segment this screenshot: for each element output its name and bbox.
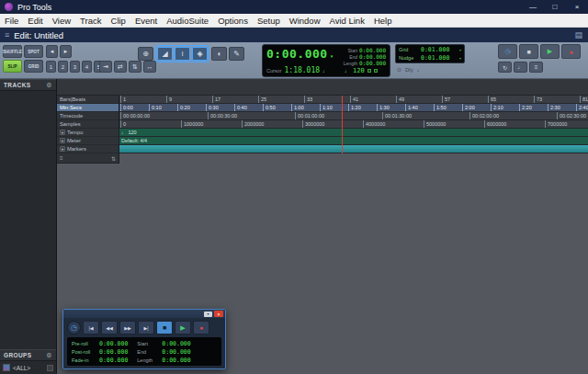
menu-item-track[interactable]: Track [75, 16, 106, 26]
zoomer-tool-button[interactable]: ⊕ [138, 47, 153, 61]
selector-tool-button[interactable]: I [175, 47, 190, 61]
slip-mode-button[interactable]: SLIP [3, 60, 22, 73]
menu-item-view[interactable]: View [48, 16, 75, 26]
hamburger-icon[interactable]: ≡ [0, 30, 14, 40]
grid-dropdown-icon[interactable]: ▾ [459, 48, 461, 52]
toolbar-metronome-toggle[interactable]: ♩ [514, 62, 527, 73]
record-button[interactable]: ● [193, 321, 209, 334]
scrubber-tool-button[interactable]: ◖ [211, 47, 227, 61]
edit-window-menu-icon[interactable]: ▤ [569, 30, 588, 40]
menu-item-file[interactable]: File [0, 16, 23, 26]
ruler-min-secs[interactable]: 0:000:100:200:300:400:501:001:101:201:30… [119, 104, 588, 112]
zoom-preset-1[interactable]: 1 [46, 61, 56, 73]
toolbar-record-button[interactable]: ● [561, 44, 581, 59]
fade-in-label[interactable]: Fade-in [72, 357, 96, 363]
shuffle-mode-button[interactable]: SHUFFLE [3, 45, 22, 58]
ruler-tempo[interactable]: ♩ 120 [119, 129, 588, 137]
grabber-tool-button[interactable]: ◈ [192, 47, 208, 61]
post-roll-label[interactable]: Post-roll [72, 349, 96, 355]
menu-item-options[interactable]: Options [213, 16, 253, 26]
grid-label[interactable]: Grid [399, 47, 419, 52]
close-button[interactable]: × [566, 0, 588, 14]
ruler-name-timecode[interactable]: Timecode [57, 112, 119, 120]
start-value[interactable]: 0:00.000 [162, 340, 190, 347]
tempo-display[interactable]: 120 [353, 67, 365, 74]
add-markers-button[interactable]: + [60, 146, 65, 152]
ruler-resize-icon[interactable]: ⇅ [111, 155, 116, 162]
menu-item-audiosuite[interactable]: AudioSuite [162, 16, 213, 26]
ruler-bars-beats[interactable]: 19172533414957657381 [119, 96, 588, 104]
toolbar-stop-button[interactable]: ■ [519, 44, 538, 59]
link-timeline-edit-toggle[interactable]: ⇄ [114, 61, 127, 73]
tracks-list[interactable] [0, 91, 56, 349]
ruler-name-tempo[interactable]: +Tempo [57, 129, 119, 137]
rewind-button[interactable]: ◀◀ [101, 321, 118, 334]
menu-item-avid-link[interactable]: Avid Link [325, 16, 369, 26]
pre-roll-value[interactable]: 0:00.000 [99, 340, 128, 347]
fast-forward-button[interactable]: ▶▶ [119, 321, 136, 334]
return-to-zero-button[interactable]: |◀ [83, 321, 99, 334]
minimize-button[interactable]: — [522, 0, 544, 14]
post-roll-value[interactable]: 0:00.000 [99, 348, 128, 356]
ruler-samples[interactable]: 0100000020000003000000400000050000006000… [119, 120, 588, 129]
ruler-name-markers[interactable]: +Markers [57, 145, 119, 153]
fade-in-value[interactable]: 0:00.000 [99, 357, 128, 364]
ruler-name-min-secs[interactable]: Min:Secs [57, 104, 119, 112]
ruler-meter[interactable]: Default: 4/4 [119, 137, 588, 145]
menu-item-event[interactable]: Event [130, 16, 162, 26]
online-button[interactable]: ◷ [67, 321, 81, 334]
stop-button[interactable]: ■ [156, 321, 173, 334]
length-value[interactable]: 0:00.000 [359, 60, 386, 66]
trim-tool-button[interactable]: ◢ [157, 47, 173, 61]
end-value[interactable]: 0:00.000 [162, 348, 190, 356]
nudge-label[interactable]: Nudge [399, 55, 419, 61]
end-value[interactable]: 0:00.000 [359, 53, 386, 60]
main-counter[interactable]: 0:00.000 [266, 47, 328, 61]
smart-tool-group[interactable]: ◢ I ◈ [155, 45, 209, 62]
group-mini-box[interactable] [47, 365, 53, 371]
pencil-tool-button[interactable]: ✎ [229, 47, 244, 61]
zoom-preset-2[interactable]: 2 [58, 61, 68, 73]
zoom-preset-3[interactable]: 3 [70, 61, 80, 73]
play-button[interactable]: ▶ [175, 321, 191, 334]
nudge-value[interactable]: 0:01.000 [421, 54, 449, 62]
tracks-gear-icon[interactable]: ⚙ [46, 82, 52, 89]
nudge-dropdown-icon[interactable]: ▾ [459, 56, 461, 61]
zoom-preset-4[interactable]: 4 [82, 61, 92, 73]
end-label[interactable]: End [137, 349, 159, 355]
menu-item-window[interactable]: Window [285, 16, 325, 26]
transport-titlebar[interactable]: ▾ × [63, 310, 225, 318]
zoom-in-button[interactable]: ► [60, 45, 72, 58]
length-value[interactable]: 0:00.000 [162, 357, 190, 364]
grid-mode-button[interactable]: GRID [24, 60, 43, 73]
midi-merge-toggle[interactable]: ⊙ [397, 66, 401, 73]
toolbar-loop-playback-toggle[interactable]: ↻ [498, 62, 512, 73]
start-value[interactable]: 0:00.000 [359, 47, 386, 53]
tab-to-transient-toggle[interactable]: ⇥ [99, 61, 112, 73]
toolbar-online-button[interactable]: ◷ [498, 44, 517, 59]
groups-gear-icon[interactable]: ⚙ [46, 352, 52, 359]
metronome-toggle[interactable]: ♩ [417, 67, 423, 73]
menu-item-help[interactable]: Help [369, 16, 397, 26]
ruler-name-bars-beats[interactable]: Bars|Beats [57, 96, 119, 104]
toolbar-pre-roll-toggle[interactable]: ≡ [529, 62, 543, 73]
ruler-menu-icon[interactable]: ≡ [60, 155, 63, 161]
delay-compensation-indicator[interactable]: Dly [405, 67, 413, 73]
length-label[interactable]: Length [137, 357, 159, 363]
toolbar-play-button[interactable]: ▶ [540, 44, 560, 59]
grid-value[interactable]: 0:01.000 [421, 46, 449, 53]
zoom-out-button[interactable]: ◄ [46, 45, 58, 58]
maximize-button[interactable]: □ [544, 0, 566, 14]
menu-item-clip[interactable]: Clip [107, 16, 130, 26]
spot-mode-button[interactable]: SPOT [24, 45, 43, 58]
start-label[interactable]: Start [137, 341, 159, 346]
ruler-timecode[interactable]: 00:00:00:0000:00:30:0000:01:00:0000:01:3… [119, 112, 588, 120]
ruler-markers[interactable] [119, 145, 588, 153]
add-tempo-button[interactable]: + [60, 130, 65, 135]
counter-dropdown-icon[interactable]: ▾ [331, 53, 334, 59]
transport-close-button[interactable]: × [214, 311, 223, 317]
menu-item-setup[interactable]: Setup [253, 16, 285, 26]
ruler-name-samples[interactable]: Samples [57, 120, 119, 129]
menu-item-edit[interactable]: Edit [23, 16, 47, 26]
group-item-all[interactable]: <ALL> [0, 361, 56, 374]
